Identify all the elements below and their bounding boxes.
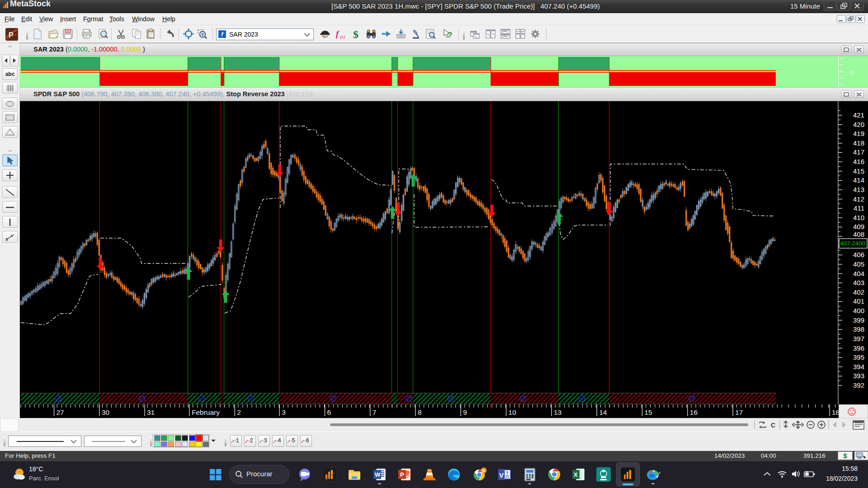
svg-text:February: February [192,408,220,416]
svg-text:16: 16 [690,408,698,416]
svg-text:13: 13 [554,408,561,416]
svg-text:P: P [9,31,14,39]
svg-text:15: 15 [645,408,652,416]
svg-text:392: 392 [853,381,864,389]
svg-text:27: 27 [57,408,64,416]
svg-text:2: 2 [237,408,241,416]
svg-text:409: 409 [853,223,864,230]
svg-text:400: 400 [853,307,864,314]
svg-text:418: 418 [853,139,864,147]
svg-text:P: P [400,471,404,478]
svg-text:398: 398 [853,325,864,333]
svg-text:18: 18 [832,408,840,416]
svg-text:403: 403 [853,279,864,286]
svg-text:f: f [336,29,340,38]
svg-text:30: 30 [102,408,110,416]
svg-text:(x): (x) [340,34,345,40]
svg-text:408: 408 [853,230,864,238]
svg-text:7: 7 [373,408,377,416]
svg-text:414: 414 [853,176,864,184]
svg-text:415: 415 [853,167,864,175]
svg-text:10: 10 [509,408,517,416]
svg-text:393: 393 [853,372,864,380]
svg-text:406: 406 [853,251,864,258]
svg-text:399: 399 [853,316,864,324]
svg-text:S: S [5,237,8,242]
svg-text:416: 416 [853,158,864,165]
svg-text:6: 6 [327,408,331,416]
svg-text:401: 401 [853,297,864,305]
svg-text:L: L [11,233,13,238]
svg-text:14: 14 [599,408,607,416]
svg-text:0: 0 [850,69,854,76]
svg-text:417: 417 [853,148,864,156]
svg-text:N: N [482,469,486,473]
svg-text:X: X [574,471,578,478]
svg-text:402: 402 [853,288,864,296]
svg-text:17: 17 [735,408,743,416]
svg-text:421: 421 [853,111,864,119]
svg-text:411: 411 [854,204,864,212]
svg-text:413: 413 [853,186,864,193]
svg-text:$: $ [353,28,359,40]
svg-text:420: 420 [853,121,864,128]
svg-text:396: 396 [853,344,864,352]
svg-text:8: 8 [418,408,422,416]
svg-text:31: 31 [147,408,155,416]
svg-text:407.2400: 407.2400 [840,240,865,247]
svg-text:395: 395 [853,353,864,361]
svg-text:404: 404 [853,270,864,277]
svg-text:9: 9 [463,408,467,416]
svg-text:419: 419 [853,130,864,137]
svg-text:V: V [499,471,504,479]
svg-text:397: 397 [853,335,864,343]
svg-text:405: 405 [853,260,864,268]
svg-text:3: 3 [282,408,286,416]
svg-text:?: ? [448,31,452,39]
svg-text:W: W [375,471,381,478]
svg-text:412: 412 [853,195,864,203]
svg-text:C: C [771,422,775,429]
svg-text:394: 394 [853,363,864,371]
svg-text:410: 410 [853,214,864,221]
